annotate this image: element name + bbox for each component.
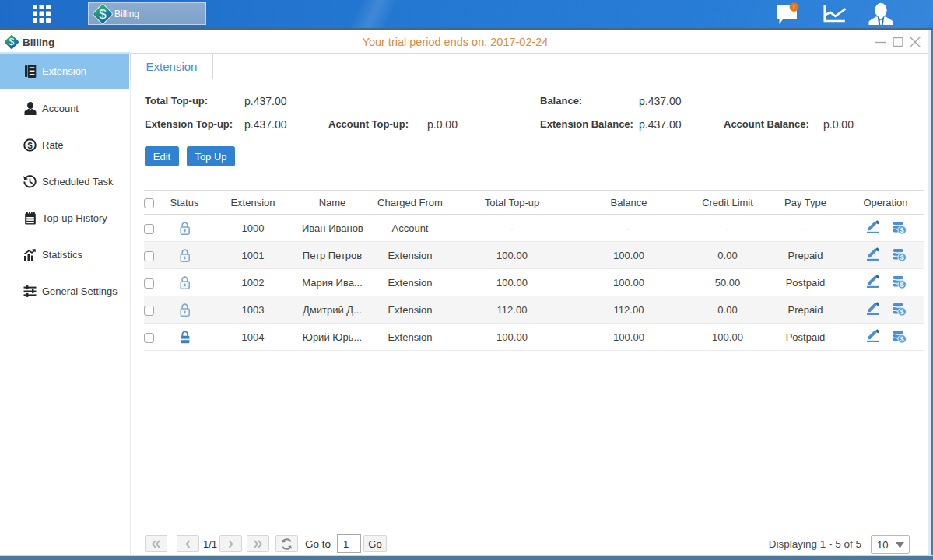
svg-text:$: $: [99, 7, 107, 22]
svg-text:!: !: [793, 3, 795, 11]
svg-text:$: $: [27, 141, 32, 150]
